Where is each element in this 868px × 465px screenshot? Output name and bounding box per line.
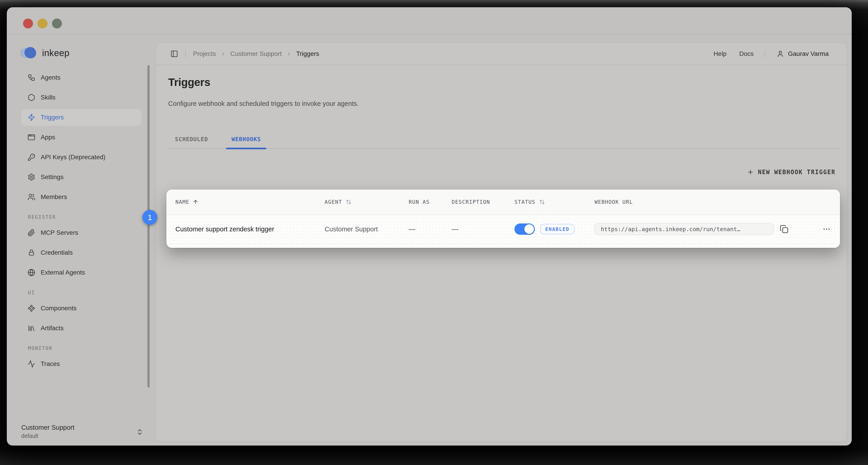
component-icon bbox=[28, 304, 35, 312]
gear-icon bbox=[28, 173, 35, 181]
sidebar-item-label: Artifacts bbox=[41, 324, 64, 332]
plus-icon bbox=[747, 169, 754, 175]
trigger-status: ENABLED bbox=[515, 224, 594, 235]
lock-icon bbox=[28, 249, 35, 257]
section-label-monitor: MONITOR bbox=[21, 346, 142, 351]
webhooks-table-card: NAME AGENT RUN AS DESCRIPTION STATUS bbox=[166, 190, 840, 248]
section-label-ui: UI bbox=[21, 290, 142, 295]
sidebar-item-label: Skills bbox=[41, 94, 55, 101]
sidebar-item-label: Members bbox=[41, 193, 67, 201]
sidebar-item-skills[interactable]: Skills bbox=[21, 89, 142, 106]
status-badge: ENABLED bbox=[540, 224, 575, 234]
column-header-agent[interactable]: AGENT bbox=[324, 199, 409, 205]
sidebar: inkeep Agents Skills Triggers Apps bbox=[7, 35, 156, 445]
maximize-button[interactable] bbox=[52, 19, 62, 29]
breadcrumb: Projects Customer Support Triggers bbox=[193, 50, 319, 57]
user-menu[interactable]: Gaurav Varma bbox=[777, 50, 829, 57]
trigger-name: Customer support zendesk trigger bbox=[176, 226, 324, 233]
breadcrumb-item-triggers: Triggers bbox=[296, 50, 319, 57]
sidebar-item-label: External Agents bbox=[41, 269, 85, 276]
trigger-description: — bbox=[452, 225, 515, 233]
titlebar bbox=[7, 7, 852, 34]
sidebar-item-label: Credentials bbox=[41, 249, 73, 256]
step-badge: 1 bbox=[143, 210, 157, 225]
arrow-up-down-icon bbox=[539, 199, 546, 205]
app-window: inkeep Agents Skills Triggers Apps bbox=[7, 7, 852, 445]
library-icon bbox=[28, 324, 35, 332]
user-name: Gaurav Varma bbox=[788, 50, 829, 57]
sidebar-item-label: Settings bbox=[41, 173, 64, 181]
inkeep-logo-icon bbox=[20, 47, 37, 59]
chevrons-up-down-icon bbox=[136, 428, 143, 436]
sidebar-item-label: Traces bbox=[41, 360, 60, 368]
sidebar-item-label: Agents bbox=[41, 74, 60, 81]
page-title: Triggers bbox=[168, 76, 210, 88]
close-button[interactable] bbox=[23, 19, 33, 29]
project-environment: default bbox=[21, 433, 145, 439]
copy-button[interactable] bbox=[780, 225, 788, 233]
sidebar-item-label: Components bbox=[41, 304, 76, 312]
tab-webhooks[interactable]: WEBHOOKS bbox=[226, 136, 266, 148]
sidebar-item-apps[interactable]: Apps bbox=[21, 129, 142, 146]
sidebar-item-traces[interactable]: Traces bbox=[21, 355, 142, 372]
activity-icon bbox=[28, 360, 35, 368]
column-header-run-as: RUN AS bbox=[409, 199, 452, 205]
sidebar-toggle-button[interactable] bbox=[170, 50, 178, 58]
logo-text: inkeep bbox=[42, 48, 69, 58]
hexagon-icon bbox=[28, 94, 35, 101]
breadcrumb-item-projects[interactable]: Projects bbox=[193, 50, 216, 57]
key-icon bbox=[28, 153, 35, 161]
help-link[interactable]: Help bbox=[714, 50, 727, 57]
main-panel: Projects Customer Support Triggers Help … bbox=[156, 43, 847, 441]
sidebar-item-label: Apps bbox=[41, 134, 55, 141]
sidebar-item-components[interactable]: Components bbox=[21, 300, 142, 317]
chevron-right-icon bbox=[220, 51, 226, 57]
workflow-icon bbox=[28, 74, 35, 81]
row-actions-button[interactable] bbox=[822, 225, 831, 233]
sidebar-item-triggers[interactable]: Triggers bbox=[21, 109, 142, 126]
trigger-webhook-url: https://api.agents.inkeep.com/run/tenant… bbox=[594, 223, 806, 235]
project-switcher[interactable]: Customer Support default bbox=[21, 424, 145, 439]
trigger-run-as: — bbox=[409, 225, 452, 233]
sidebar-item-agents[interactable]: Agents bbox=[21, 69, 142, 86]
tab-scheduled[interactable]: SCHEDULED bbox=[170, 136, 213, 148]
arrow-up-icon bbox=[193, 199, 198, 205]
sidebar-item-external-agents[interactable]: External Agents bbox=[21, 264, 142, 281]
user-icon bbox=[777, 50, 784, 57]
column-header-name[interactable]: NAME bbox=[176, 199, 324, 205]
toggle-knob bbox=[524, 224, 534, 234]
table-header: NAME AGENT RUN AS DESCRIPTION STATUS bbox=[166, 190, 840, 215]
sidebar-item-label: MCP Servers bbox=[41, 229, 78, 236]
project-name: Customer Support bbox=[21, 424, 145, 431]
column-header-status[interactable]: STATUS bbox=[515, 199, 594, 205]
app-header: Projects Customer Support Triggers Help … bbox=[156, 43, 847, 65]
docs-link[interactable]: Docs bbox=[739, 50, 754, 57]
chevron-right-icon bbox=[286, 51, 291, 57]
new-webhook-trigger-button[interactable]: NEW WEBHOOK TRIGGER bbox=[747, 169, 835, 175]
zap-icon bbox=[28, 114, 35, 121]
sidebar-item-mcp-servers[interactable]: MCP Servers bbox=[21, 224, 142, 241]
sidebar-item-artifacts[interactable]: Artifacts bbox=[21, 320, 142, 337]
column-header-description: DESCRIPTION bbox=[452, 199, 515, 205]
sidebar-scrollbar[interactable] bbox=[147, 65, 150, 388]
sidebar-item-settings[interactable]: Settings bbox=[21, 169, 142, 185]
sidebar-item-label: API Keys (Deprecated) bbox=[41, 153, 105, 161]
app-window-icon bbox=[28, 134, 35, 141]
minimize-button[interactable] bbox=[37, 19, 48, 29]
sidebar-item-label: Triggers bbox=[41, 114, 64, 121]
sidebar-item-api-keys[interactable]: API Keys (Deprecated) bbox=[21, 149, 142, 166]
breadcrumb-item-customer-support[interactable]: Customer Support bbox=[230, 50, 282, 57]
sidebar-item-credentials[interactable]: Credentials bbox=[21, 244, 142, 261]
paperclip-icon bbox=[28, 229, 35, 237]
sidebar-item-members[interactable]: Members bbox=[21, 188, 142, 205]
header-divider bbox=[185, 50, 186, 57]
globe-icon bbox=[28, 269, 35, 277]
screen: inkeep Agents Skills Triggers Apps bbox=[0, 0, 868, 465]
inkeep-logo: inkeep bbox=[20, 47, 69, 59]
sidebar-nav: Agents Skills Triggers Apps API Keys (De… bbox=[7, 69, 156, 375]
webhook-url-field[interactable]: https://api.agents.inkeep.com/run/tenant… bbox=[594, 223, 774, 235]
arrow-up-down-icon bbox=[345, 199, 352, 205]
status-toggle[interactable] bbox=[515, 224, 535, 235]
table-row: Customer support zendesk trigger Custome… bbox=[166, 215, 840, 244]
tabs: SCHEDULED WEBHOOKS bbox=[168, 132, 840, 149]
